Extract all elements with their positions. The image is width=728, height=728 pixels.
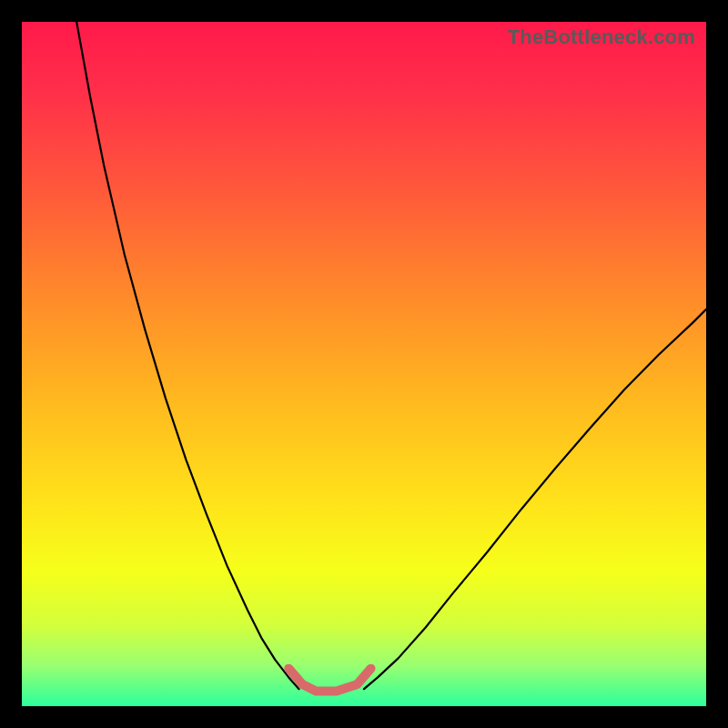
watermark-text: TheBottleneck.com — [508, 25, 695, 49]
plot-area: TheBottleneck.com — [22, 22, 706, 706]
series-highlight-band — [288, 669, 370, 692]
series-right-branch — [364, 309, 706, 689]
curves-layer — [22, 22, 706, 706]
series-left-branch — [76, 22, 298, 689]
chart-frame: TheBottleneck.com — [0, 0, 728, 728]
